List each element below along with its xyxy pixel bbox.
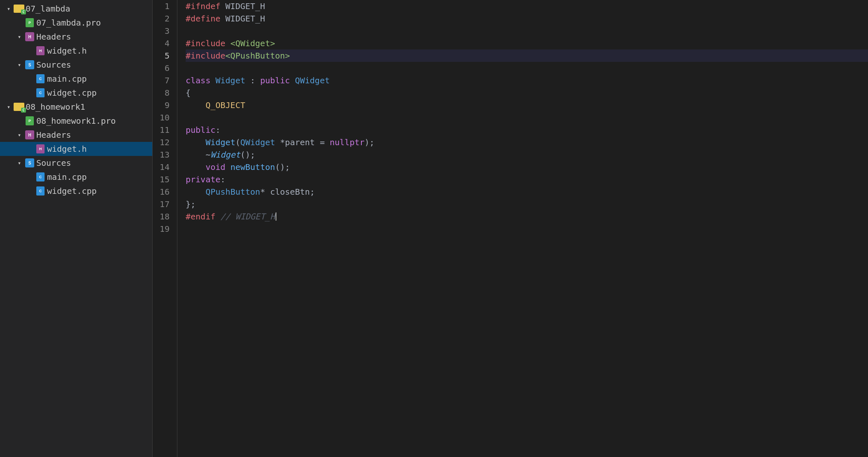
- line-number: 14: [153, 161, 173, 173]
- line-numbers: 12345678910111213141516171819: [153, 0, 177, 457]
- line-number: 6: [153, 62, 173, 74]
- code-line: #define WIDGET_H: [186, 12, 868, 25]
- tree-item-widget_h_2[interactable]: Hwidget.h: [0, 142, 152, 156]
- tree-item-label: widget.h: [47, 144, 87, 154]
- code-line: #include<QPushButton>: [186, 49, 868, 62]
- line-number: 12: [153, 136, 173, 148]
- code-line: #endif // WIDGET_H: [186, 210, 868, 223]
- line-number: 1: [153, 0, 173, 12]
- line-number: 19: [153, 223, 173, 235]
- code-line: class Widget : public QWidget: [186, 74, 868, 87]
- expand-arrow[interactable]: [4, 4, 13, 13]
- line-number: 15: [153, 173, 173, 186]
- code-line: ~Widget();: [186, 148, 868, 161]
- tree-item-main_cpp_2[interactable]: Cmain.cpp: [0, 170, 152, 184]
- expand-arrow[interactable]: [15, 60, 24, 69]
- line-number: 13: [153, 148, 173, 161]
- line-number: 16: [153, 186, 173, 198]
- tree-item-label: 07_lambda.pro: [36, 18, 101, 28]
- code-area[interactable]: #ifndef WIDGET_H#define WIDGET_H#include…: [177, 0, 868, 457]
- code-line: [186, 62, 868, 74]
- code-line: QPushButton* closeBtn;: [186, 186, 868, 198]
- tree-item-label: Sources: [36, 60, 71, 70]
- tree-item-08_homework1_pro[interactable]: P08_homework1.pro: [0, 114, 152, 128]
- line-number: 4: [153, 37, 173, 49]
- tree-item-label: Headers: [36, 32, 71, 42]
- file-tree: C07_lambdaP07_lambda.proHHeadersHwidget.…: [0, 0, 153, 457]
- tree-item-label: 08_homework1: [26, 102, 85, 112]
- code-line: public:: [186, 124, 868, 136]
- tree-item-label: widget.h: [47, 46, 87, 56]
- code-line: void newButton();: [186, 161, 868, 173]
- code-line: [186, 25, 868, 37]
- tree-item-main_cpp_1[interactable]: Cmain.cpp: [0, 72, 152, 86]
- tree-item-label: Headers: [36, 130, 71, 140]
- tree-item-widget_cpp_1[interactable]: Cwidget.cpp: [0, 86, 152, 100]
- code-editor: 12345678910111213141516171819 #ifndef WI…: [153, 0, 868, 457]
- tree-item-label: 07_lambda: [26, 4, 70, 14]
- tree-item-07_lambda[interactable]: C07_lambda: [0, 2, 152, 16]
- code-line: [186, 223, 868, 235]
- expand-arrow[interactable]: [4, 102, 13, 111]
- code-line: {: [186, 87, 868, 99]
- line-number: 2: [153, 12, 173, 25]
- line-number: 3: [153, 25, 173, 37]
- line-number: 18: [153, 210, 173, 223]
- tree-item-widget_cpp_2[interactable]: Cwidget.cpp: [0, 184, 152, 198]
- tree-item-label: widget.cpp: [47, 88, 97, 98]
- tree-item-headers_1[interactable]: HHeaders: [0, 30, 152, 44]
- code-line: private:: [186, 173, 868, 186]
- tree-item-sources_1[interactable]: SSources: [0, 58, 152, 72]
- line-number: 10: [153, 111, 173, 124]
- code-line: #include <QWidget>: [186, 37, 868, 49]
- text-cursor: [276, 212, 276, 221]
- line-number: 8: [153, 87, 173, 99]
- code-line: #ifndef WIDGET_H: [186, 0, 868, 12]
- tree-item-label: 08_homework1.pro: [36, 116, 116, 126]
- line-number: 17: [153, 198, 173, 210]
- expand-arrow[interactable]: [15, 130, 24, 139]
- tree-item-label: main.cpp: [47, 74, 87, 84]
- tree-item-headers_2[interactable]: HHeaders: [0, 128, 152, 142]
- tree-item-label: main.cpp: [47, 172, 87, 182]
- code-line: Q_OBJECT: [186, 99, 868, 111]
- tree-item-08_homework1[interactable]: C08_homework1: [0, 100, 152, 114]
- code-line: Widget(QWidget *parent = nullptr);: [186, 136, 868, 148]
- expand-arrow[interactable]: [15, 32, 24, 41]
- code-line: [186, 111, 868, 124]
- code-line: };: [186, 198, 868, 210]
- line-number: 9: [153, 99, 173, 111]
- line-number: 5: [153, 49, 173, 62]
- tree-item-07_lambda_pro[interactable]: P07_lambda.pro: [0, 16, 152, 30]
- line-number: 7: [153, 74, 173, 87]
- tree-item-widget_h_1[interactable]: Hwidget.h: [0, 44, 152, 58]
- tree-item-label: widget.cpp: [47, 186, 97, 196]
- line-number: 11: [153, 124, 173, 136]
- tree-item-sources_2[interactable]: SSources: [0, 156, 152, 170]
- tree-item-label: Sources: [36, 158, 71, 168]
- expand-arrow[interactable]: [15, 158, 24, 167]
